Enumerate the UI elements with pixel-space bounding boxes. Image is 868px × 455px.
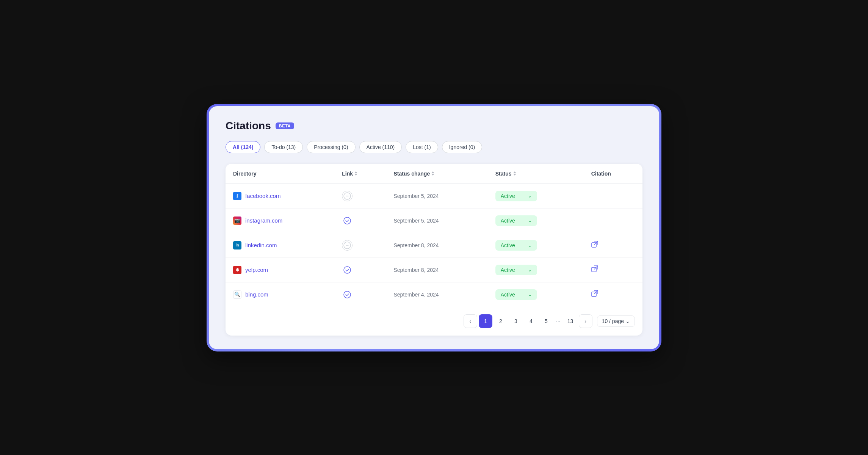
svg-point-8 bbox=[344, 291, 351, 298]
chevron-down-icon: ⌄ bbox=[528, 243, 532, 248]
cell-status-change-1: September 5, 2024 bbox=[386, 208, 487, 233]
per-page-select[interactable]: 10 / page ⌄ bbox=[597, 315, 635, 327]
table-row: 📷 instagram.com September 5, 2024 Active… bbox=[226, 208, 642, 233]
page-title: Citations bbox=[226, 120, 271, 132]
link-inactive-icon bbox=[342, 240, 353, 251]
filter-tab-ignored[interactable]: Ignored (0) bbox=[442, 141, 482, 153]
page-1-button[interactable]: 1 bbox=[479, 314, 492, 328]
status-date: September 8, 2024 bbox=[393, 242, 439, 248]
cell-link-1 bbox=[334, 208, 386, 233]
chevron-down-icon: ⌄ bbox=[528, 292, 532, 297]
status-badge[interactable]: Active ⌄ bbox=[495, 265, 537, 275]
page-dots: ··· bbox=[555, 318, 562, 324]
status-date: September 4, 2024 bbox=[393, 292, 439, 298]
filter-tab-todo[interactable]: To-do (13) bbox=[264, 141, 303, 153]
next-page-button[interactable]: › bbox=[579, 314, 592, 328]
link-active-icon[interactable] bbox=[342, 289, 353, 300]
status-date: September 8, 2024 bbox=[393, 267, 439, 273]
col-link[interactable]: Link bbox=[334, 164, 386, 184]
dir-link-linkedin[interactable]: linkedin.com bbox=[245, 242, 277, 248]
status-label: Active bbox=[501, 242, 515, 248]
cell-link-0 bbox=[334, 184, 386, 208]
col-status[interactable]: Status bbox=[488, 164, 584, 184]
chevron-down-icon: ⌄ bbox=[528, 267, 532, 273]
citation-external-link[interactable] bbox=[591, 291, 598, 298]
cell-status-3: Active ⌄ bbox=[488, 257, 584, 282]
cell-link-4 bbox=[334, 282, 386, 307]
cell-status-change-0: September 5, 2024 bbox=[386, 184, 487, 208]
page-4-button[interactable]: 4 bbox=[524, 314, 538, 328]
status-date: September 5, 2024 bbox=[393, 218, 439, 224]
dir-icon-instagram: 📷 bbox=[234, 218, 240, 223]
filter-tab-active[interactable]: Active (110) bbox=[359, 141, 402, 153]
link-active-icon[interactable] bbox=[342, 215, 353, 226]
col-citation: Citation bbox=[584, 164, 642, 184]
beta-badge: BETA bbox=[276, 122, 294, 129]
status-label: Active bbox=[501, 292, 515, 298]
status-label: Active bbox=[501, 267, 515, 273]
cell-status-0: Active ⌄ bbox=[488, 184, 584, 208]
cell-citation-0 bbox=[584, 184, 642, 208]
cell-status-change-4: September 4, 2024 bbox=[386, 282, 487, 307]
sort-icon-status bbox=[513, 171, 516, 176]
cell-directory-4: 🔍 bing.com bbox=[226, 282, 334, 307]
page-5-button[interactable]: 5 bbox=[539, 314, 553, 328]
filter-tab-lost[interactable]: Lost (1) bbox=[406, 141, 438, 153]
dir-link-facebook[interactable]: facebook.com bbox=[245, 193, 280, 199]
dir-icon-bing: 🔍 bbox=[234, 292, 240, 297]
table-header-row: Directory Link bbox=[226, 164, 642, 184]
status-badge[interactable]: Active ⌄ bbox=[495, 240, 537, 251]
dir-link-bing[interactable]: bing.com bbox=[245, 291, 268, 298]
svg-point-6 bbox=[344, 267, 351, 273]
dir-icon-linkedin: in bbox=[236, 243, 239, 247]
link-inactive-icon bbox=[342, 191, 353, 201]
prev-page-button[interactable]: ‹ bbox=[464, 314, 477, 328]
cell-status-2: Active ⌄ bbox=[488, 233, 584, 257]
sort-icon-link bbox=[354, 171, 357, 176]
dir-icon-yelp: ✱ bbox=[235, 267, 240, 273]
status-label: Active bbox=[501, 193, 515, 199]
page-header: Citations BETA bbox=[226, 120, 642, 132]
cell-directory-1: 📷 instagram.com bbox=[226, 208, 334, 233]
dir-icon-facebook: f bbox=[237, 193, 238, 199]
cell-citation-2 bbox=[584, 233, 642, 257]
pagination: ‹ 1 2 3 4 5 ··· 13 › 10 / page ⌄ bbox=[226, 307, 642, 336]
page-2-button[interactable]: 2 bbox=[494, 314, 508, 328]
dir-link-instagram[interactable]: instagram.com bbox=[245, 217, 282, 224]
sort-icon-status-change bbox=[431, 171, 434, 176]
main-card: Citations BETA All (124)To-do (13)Proces… bbox=[209, 106, 659, 349]
cell-citation-4 bbox=[584, 282, 642, 307]
app-wrapper: Citations BETA All (124)To-do (13)Proces… bbox=[207, 104, 661, 351]
citations-table: Directory Link bbox=[226, 164, 642, 307]
filter-tabs: All (124)To-do (13)Processing (0)Active … bbox=[226, 141, 642, 153]
table-row: in linkedin.com September 8, 2024 Active… bbox=[226, 233, 642, 257]
page-last-button[interactable]: 13 bbox=[564, 314, 577, 328]
cell-directory-0: f facebook.com bbox=[226, 184, 334, 208]
svg-point-2 bbox=[344, 217, 351, 224]
citation-external-link[interactable] bbox=[591, 242, 598, 249]
cell-status-change-3: September 8, 2024 bbox=[386, 257, 487, 282]
citation-external-link[interactable] bbox=[591, 266, 598, 274]
per-page-label: 10 / page bbox=[602, 318, 624, 324]
table-card: Directory Link bbox=[226, 164, 642, 336]
status-badge[interactable]: Active ⌄ bbox=[495, 191, 537, 201]
table-row: ✱ yelp.com September 8, 2024 Active ⌄ bbox=[226, 257, 642, 282]
status-badge[interactable]: Active ⌄ bbox=[495, 215, 537, 226]
dir-link-yelp[interactable]: yelp.com bbox=[245, 267, 268, 273]
cell-status-1: Active ⌄ bbox=[488, 208, 584, 233]
page-3-button[interactable]: 3 bbox=[509, 314, 523, 328]
cell-link-3 bbox=[334, 257, 386, 282]
status-label: Active bbox=[501, 218, 515, 224]
col-status-change[interactable]: Status change bbox=[386, 164, 487, 184]
cell-link-2 bbox=[334, 233, 386, 257]
status-badge[interactable]: Active ⌄ bbox=[495, 289, 537, 300]
filter-tab-processing[interactable]: Processing (0) bbox=[307, 141, 355, 153]
link-active-icon[interactable] bbox=[342, 265, 353, 275]
filter-tab-all[interactable]: All (124) bbox=[226, 141, 260, 153]
per-page-chevron: ⌄ bbox=[625, 318, 630, 324]
cell-citation-3 bbox=[584, 257, 642, 282]
chevron-down-icon: ⌄ bbox=[528, 193, 532, 199]
cell-directory-2: in linkedin.com bbox=[226, 233, 334, 257]
chevron-down-icon: ⌄ bbox=[528, 218, 532, 223]
status-date: September 5, 2024 bbox=[393, 193, 439, 199]
